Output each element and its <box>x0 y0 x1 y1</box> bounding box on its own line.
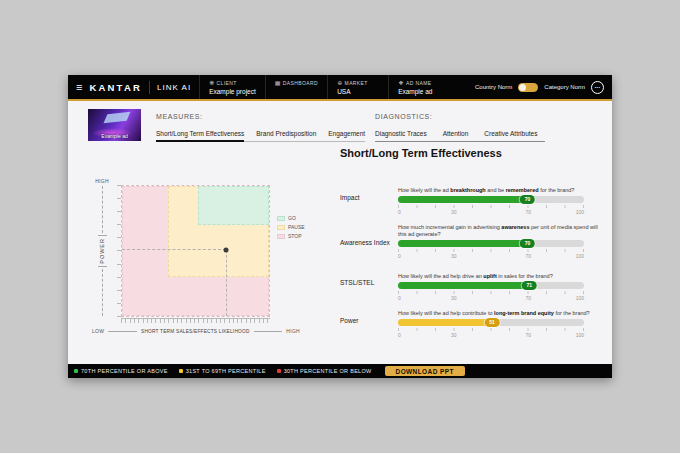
metric-name-awareness-index: Awareness Index <box>340 239 396 246</box>
y-axis-gutter: HIGH POWER <box>92 178 112 318</box>
chart-legend-item-stop: STOP <box>277 233 305 239</box>
scale-ticks <box>398 205 584 208</box>
scale-tick-label: 0 <box>398 209 401 215</box>
chart-legend-item-pause: PAUSE <box>277 224 305 230</box>
quadrant-plot <box>121 185 270 317</box>
nav-value: Example project <box>209 88 256 95</box>
scale-tick-label: 100 <box>576 209 584 215</box>
nav-value: Example ad <box>398 88 440 95</box>
x-axis-line <box>254 331 283 332</box>
nav-item-market[interactable]: ⊕MARKET USA <box>327 75 388 99</box>
nav-label: AD NAME <box>406 80 432 86</box>
nav-label: CLIENT <box>217 80 237 86</box>
y-axis-label: POWER <box>99 238 105 264</box>
y-axis-dash <box>102 269 103 316</box>
score-bar-fill <box>398 319 493 326</box>
region-go <box>198 186 269 225</box>
scale-tick-label: 100 <box>576 253 584 259</box>
norm-toggle[interactable] <box>518 83 538 92</box>
download-ppt-button[interactable]: DOWNLOAD PPT <box>385 366 465 376</box>
nav-value: USA <box>337 88 379 95</box>
scale-tick-label: 0 <box>398 253 401 259</box>
x-axis-label: SHORT TERM SALES/EFFECTS LIKELIHOOD <box>141 329 250 334</box>
market-icon: ⊕ <box>337 80 342 86</box>
percentile-legend-yellow: 31ST TO 69TH PERCENTILE <box>179 368 266 374</box>
score-value-pill: 70 <box>520 239 535 248</box>
red-percentile-dot <box>277 369 281 373</box>
diagnostics-tabs: Diagnostic Traces Attention Creative Att… <box>375 130 545 142</box>
percentile-legend-red: 30TH PERCENTILE OR BELOW <box>277 368 372 374</box>
scale-tick-label: 30 <box>451 253 457 259</box>
metric-question: How likely will the ad help contribute t… <box>398 310 600 317</box>
tab-short-long-term-effectiveness[interactable]: Short/Long Term Effectiveness <box>156 130 244 137</box>
score-value-pill: 71 <box>522 281 537 290</box>
scale-ticks <box>398 249 584 252</box>
score-value-pill: 51 <box>485 318 500 327</box>
score-bar-fill <box>398 282 530 289</box>
percentile-legend-label: 30TH PERCENTILE OR BELOW <box>284 368 372 374</box>
scale-tick-label: 30 <box>451 209 457 215</box>
menu-icon[interactable]: ≡ <box>76 82 82 93</box>
metric-question: How likely will the ad breakthrough and … <box>398 187 600 194</box>
nav-label: DASHBOARD <box>283 80 318 86</box>
metric-name-stsl-stel: STSL/STEL <box>340 279 396 286</box>
tab-brand-predisposition[interactable]: Brand Predisposition <box>256 130 316 137</box>
point-guide-vertical <box>226 250 227 316</box>
yellow-percentile-dot <box>179 369 183 373</box>
nav-item-dashboard[interactable]: ▦DASHBOARD <box>265 75 327 99</box>
x-axis-low-label: LOW <box>92 328 104 334</box>
ad-data-point[interactable] <box>224 247 229 252</box>
scale-tick-label: 0 <box>398 332 401 338</box>
metric-name-power: Power <box>340 317 396 324</box>
header-right-cluster: Country Norm Category Norm ••• <box>475 81 612 94</box>
percentile-legend-label: 70TH PERCENTILE OR ABOVE <box>81 368 168 374</box>
x-axis-ticks <box>121 318 270 323</box>
scale-tick-label: 70 <box>525 253 531 259</box>
scale-tick-label: 70 <box>525 295 531 301</box>
legend-swatch <box>277 225 285 230</box>
tab-attention[interactable]: Attention <box>443 130 469 137</box>
score-scale: 03070100 <box>398 249 584 260</box>
legend-swatch <box>277 216 285 221</box>
tab-diagnostic-traces[interactable]: Diagnostic Traces <box>375 130 427 137</box>
y-axis-tick <box>98 235 107 236</box>
metric-row-awareness-index: How much incremental gain in advertising… <box>398 224 584 260</box>
ad-thumbnail[interactable]: Example ad <box>88 109 141 141</box>
y-axis-tick <box>98 266 107 267</box>
metric-name-impact: Impact <box>340 194 396 201</box>
country-norm-label: Country Norm <box>475 84 512 90</box>
score-bar: 70 <box>398 196 584 203</box>
percentile-legend-label: 31ST TO 69TH PERCENTILE <box>186 368 266 374</box>
scale-ticks <box>398 291 584 294</box>
brand-logo: KANTAR <box>89 82 142 93</box>
score-bar: 71 <box>398 282 584 289</box>
scale-tick-label: 0 <box>398 295 401 301</box>
x-axis-high-label: HIGH <box>286 328 300 334</box>
client-icon: ❋ <box>209 80 214 86</box>
score-bar-fill <box>398 196 528 203</box>
nav-label: MARKET <box>345 80 368 86</box>
product-name: LINK AI <box>157 83 191 92</box>
scale-tick-label: 30 <box>451 332 457 338</box>
nav-item-ad-name[interactable]: ❖AD NAME Example ad <box>388 75 449 99</box>
dashboard-icon: ▦ <box>275 80 281 86</box>
tab-engagement[interactable]: Engagement <box>328 130 365 137</box>
nav-value <box>275 88 318 95</box>
thumbnail-art <box>104 112 131 123</box>
desktop-background: ≡ KANTAR LINK AI ❋CLIENT Example project… <box>0 0 680 453</box>
metric-question: How much incremental gain in advertising… <box>398 224 600 238</box>
nav-item-client[interactable]: ❋CLIENT Example project <box>199 75 265 99</box>
legend-label: PAUSE <box>288 224 305 230</box>
tab-creative-attributes[interactable]: Creative Attributes <box>484 130 537 137</box>
thumbnail-caption: Example ad <box>88 133 141 139</box>
legend-label: STOP <box>288 233 302 239</box>
metric-row-power: How likely will the ad help contribute t… <box>398 310 584 339</box>
score-value-pill: 70 <box>520 195 535 204</box>
measures-section-label: MEASURES: <box>156 113 203 120</box>
legend-swatch <box>277 234 285 239</box>
scale-tick-label: 100 <box>576 295 584 301</box>
more-options-icon[interactable]: ••• <box>591 81 604 94</box>
score-scale: 03070100 <box>398 328 584 339</box>
measures-tabs: Short/Long Term Effectiveness Brand Pred… <box>156 130 365 142</box>
top-bar: ≡ KANTAR LINK AI ❋CLIENT Example project… <box>68 75 612 101</box>
